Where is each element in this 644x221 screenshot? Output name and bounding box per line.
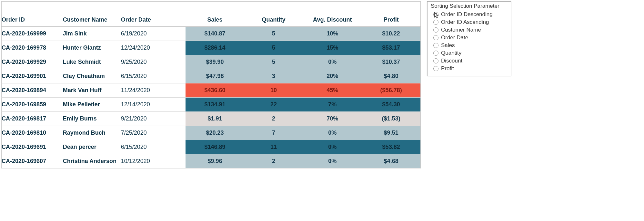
cell-profit: ($1.53): [362, 112, 420, 126]
cell-quantity: 7: [244, 126, 303, 140]
sort-option[interactable]: Order Date: [431, 34, 508, 42]
table-row[interactable]: CA-2020-169929Luke Schmidt9/25/2020$39.9…: [2, 55, 421, 69]
cell-order-id: CA-2020-169607: [2, 154, 63, 168]
cell-quantity: 11: [244, 140, 303, 154]
col-header-order-id[interactable]: Order ID: [2, 2, 63, 27]
cell-profit: $10.37: [362, 55, 420, 69]
sort-option[interactable]: Customer Name: [431, 26, 508, 34]
cell-profit: $53.82: [362, 140, 420, 154]
cell-quantity: 10: [244, 83, 303, 98]
sort-option[interactable]: Order ID Ascending: [431, 18, 508, 26]
cell-discount: 7%: [303, 98, 362, 112]
cell-profit: ($56.78): [362, 83, 420, 98]
sort-option[interactable]: Order ID Descending: [431, 11, 508, 18]
cell-order-id: CA-2020-169999: [2, 27, 63, 41]
cell-sales: $436.60: [186, 83, 244, 98]
cell-sales: $146.89: [186, 140, 244, 154]
cell-order-id: CA-2020-169901: [2, 69, 63, 83]
sort-option[interactable]: Discount: [431, 57, 508, 65]
col-header-profit[interactable]: Profit: [362, 2, 420, 27]
cell-order-id: CA-2020-169859: [2, 98, 63, 112]
table-row[interactable]: CA-2020-169859Mike Pelletier12/14/2020$1…: [2, 98, 421, 112]
cell-quantity: 5: [244, 27, 303, 41]
cell-discount: 70%: [303, 112, 362, 126]
table-row[interactable]: CA-2020-169691Dean percer6/15/2020$146.8…: [2, 140, 421, 154]
table-row[interactable]: CA-2020-169894Mark Van Huff11/24/2020$43…: [2, 83, 421, 98]
cell-profit: $9.51: [362, 126, 420, 140]
cell-discount: 0%: [303, 154, 362, 168]
cell-sales: $134.91: [186, 98, 244, 112]
orders-table: Order ID Customer Name Order Date Sales …: [1, 1, 421, 168]
cell-customer: Dean percer: [63, 140, 121, 154]
table-row[interactable]: CA-2020-169901Clay Cheatham6/15/2020$47.…: [2, 69, 421, 83]
cell-date: 6/19/2020: [121, 27, 186, 41]
cell-order-id: CA-2020-169978: [2, 41, 63, 55]
cell-sales: $9.96: [186, 154, 244, 168]
cell-profit: $53.17: [362, 41, 420, 55]
sort-option-label: Order ID Descending: [441, 11, 493, 18]
cell-date: 11/24/2020: [121, 83, 186, 98]
table-row[interactable]: CA-2020-169817Emily Burns9/21/2020$1.912…: [2, 112, 421, 126]
radio-icon: [433, 51, 438, 56]
cell-order-id: CA-2020-169929: [2, 55, 63, 69]
cell-profit: $10.22: [362, 27, 420, 41]
radio-icon: [433, 58, 438, 63]
cell-quantity: 5: [244, 41, 303, 55]
cell-order-id: CA-2020-169817: [2, 112, 63, 126]
cell-date: 6/15/2020: [121, 140, 186, 154]
sort-parameter-title: Sorting Selection Parameter: [431, 3, 508, 9]
cell-sales: $286.14: [186, 41, 244, 55]
radio-icon: [433, 35, 438, 40]
cell-discount: 0%: [303, 126, 362, 140]
cell-quantity: 5: [244, 55, 303, 69]
sort-option-label: Customer Name: [441, 27, 481, 33]
cell-customer: Raymond Buch: [63, 126, 121, 140]
col-header-customer[interactable]: Customer Name: [63, 2, 121, 27]
cell-date: 12/24/2020: [121, 41, 186, 55]
sort-option[interactable]: Profit: [431, 65, 508, 72]
col-header-discount[interactable]: Avg. Discount: [303, 2, 362, 27]
col-header-date[interactable]: Order Date: [121, 2, 186, 27]
table-row[interactable]: CA-2020-169607Christina Anderson10/12/20…: [2, 154, 421, 168]
radio-icon: [433, 20, 438, 25]
col-header-quantity[interactable]: Quantity: [244, 2, 303, 27]
col-header-sales[interactable]: Sales: [186, 2, 244, 27]
sort-option-label: Order Date: [441, 34, 468, 41]
cell-order-id: CA-2020-169894: [2, 83, 63, 98]
cell-date: 10/12/2020: [121, 154, 186, 168]
cell-discount: 45%: [303, 83, 362, 98]
radio-icon: [433, 66, 438, 71]
sort-option-label: Profit: [441, 65, 454, 72]
sort-option[interactable]: Quantity: [431, 49, 508, 57]
cell-customer: Clay Cheatham: [63, 69, 121, 83]
table-row[interactable]: CA-2020-169978Hunter Glantz12/24/2020$28…: [2, 41, 421, 55]
cell-customer: Mark Van Huff: [63, 83, 121, 98]
cell-profit: $4.80: [362, 69, 420, 83]
sort-option-label: Order ID Ascending: [441, 19, 489, 25]
cell-discount: 0%: [303, 140, 362, 154]
cell-customer: Jim Sink: [63, 27, 121, 41]
cell-profit: $4.68: [362, 154, 420, 168]
cell-sales: $20.23: [186, 126, 244, 140]
cell-customer: Emily Burns: [63, 112, 121, 126]
cell-order-id: CA-2020-169810: [2, 126, 63, 140]
table-header-row: Order ID Customer Name Order Date Sales …: [2, 2, 421, 27]
radio-icon: [433, 43, 438, 48]
sort-option[interactable]: Sales: [431, 42, 508, 49]
cell-customer: Hunter Glantz: [63, 41, 121, 55]
cell-date: 9/25/2020: [121, 55, 186, 69]
cell-discount: 0%: [303, 55, 362, 69]
cell-sales: $1.91: [186, 112, 244, 126]
sort-option-label: Quantity: [441, 50, 461, 56]
cell-profit: $54.30: [362, 98, 420, 112]
cell-discount: 10%: [303, 27, 362, 41]
cell-sales: $39.90: [186, 55, 244, 69]
cell-customer: Mike Pelletier: [63, 98, 121, 112]
cell-sales: $140.87: [186, 27, 244, 41]
cell-discount: 20%: [303, 69, 362, 83]
cell-quantity: 3: [244, 69, 303, 83]
table-row[interactable]: CA-2020-169999Jim Sink6/19/2020$140.8751…: [2, 27, 421, 41]
table-row[interactable]: CA-2020-169810Raymond Buch7/25/2020$20.2…: [2, 126, 421, 140]
cell-customer: Luke Schmidt: [63, 55, 121, 69]
cell-date: 12/14/2020: [121, 98, 186, 112]
